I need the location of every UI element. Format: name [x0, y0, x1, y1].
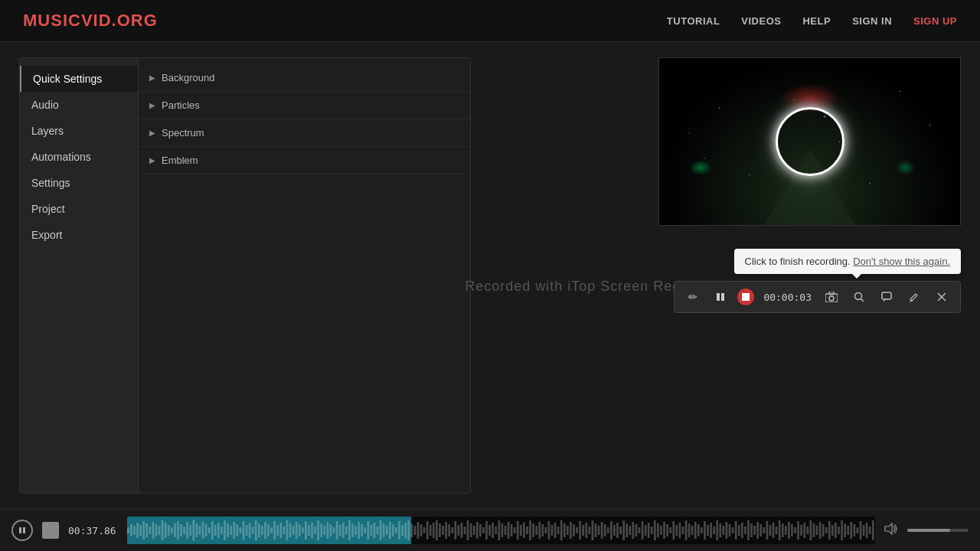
- svg-rect-170: [613, 525, 616, 536]
- svg-rect-53: [249, 523, 251, 538]
- svg-rect-32: [183, 527, 185, 534]
- svg-rect-8: [882, 292, 891, 299]
- svg-rect-159: [579, 521, 581, 540]
- tb-camera-button[interactable]: [821, 286, 842, 308]
- svg-rect-246: [850, 522, 852, 539]
- svg-rect-222: [776, 527, 778, 534]
- sidebar-item-layers[interactable]: Layers: [20, 118, 138, 144]
- nav-help[interactable]: HELP: [802, 15, 831, 27]
- tb-pen-button[interactable]: ✏: [682, 286, 704, 308]
- tooltip-link[interactable]: Don't show this again.: [853, 256, 950, 267]
- svg-rect-133: [498, 520, 500, 540]
- sidebar-item-quick-settings[interactable]: Quick Settings: [20, 66, 138, 92]
- sidebar-item-audio[interactable]: Audio: [20, 92, 138, 118]
- recording-toolbar: ✏ 00:00:03: [674, 281, 961, 313]
- volume-slider[interactable]: [907, 529, 969, 532]
- svg-rect-241: [835, 523, 837, 538]
- svg-rect-85: [348, 520, 351, 540]
- nav-signup[interactable]: SIGN UP: [913, 15, 957, 27]
- tooltip-text: Click to finish recording.: [745, 256, 851, 267]
- svg-rect-39: [205, 524, 207, 536]
- svg-rect-37: [199, 526, 201, 535]
- tb-stop-button[interactable]: [737, 289, 754, 305]
- svg-rect-153: [560, 520, 563, 540]
- tb-timer: 00:00:03: [760, 292, 815, 303]
- svg-rect-127: [479, 524, 482, 536]
- sidebar-item-export[interactable]: Export: [20, 222, 138, 248]
- svg-rect-145: [535, 526, 537, 535]
- svg-rect-233: [810, 520, 812, 540]
- svg-rect-228: [794, 527, 796, 533]
- svg-rect-172: [619, 527, 622, 534]
- svg-rect-96: [383, 523, 385, 537]
- svg-rect-225: [785, 526, 787, 535]
- svg-rect-162: [588, 527, 590, 534]
- svg-rect-141: [523, 523, 525, 538]
- tb-pause-button[interactable]: [710, 286, 731, 308]
- layer-item-background[interactable]: ▶ Background: [139, 64, 470, 92]
- svg-rect-163: [592, 520, 594, 540]
- svg-rect-149: [548, 521, 550, 540]
- svg-rect-195: [691, 526, 694, 535]
- svg-rect-236: [819, 522, 822, 539]
- svg-rect-208: [732, 527, 734, 533]
- layer-item-particles[interactable]: ▶ Particles: [139, 92, 470, 119]
- tb-chat-button[interactable]: [876, 286, 897, 308]
- svg-rect-46: [227, 523, 229, 537]
- sidebar-item-project[interactable]: Project: [20, 196, 138, 222]
- tb-close-button[interactable]: [931, 286, 952, 308]
- svg-rect-249: [860, 521, 862, 540]
- svg-rect-20: [145, 523, 148, 537]
- svg-rect-144: [532, 523, 534, 537]
- svg-rect-30: [177, 521, 179, 540]
- sidebar-item-settings[interactable]: Settings: [20, 170, 138, 196]
- nav-videos[interactable]: VIDEOS: [741, 15, 781, 27]
- svg-rect-95: [380, 520, 382, 540]
- layer-item-spectrum[interactable]: ▶ Spectrum: [139, 119, 470, 147]
- svg-rect-242: [838, 527, 840, 534]
- svg-rect-44: [220, 527, 223, 534]
- svg-rect-173: [622, 520, 625, 540]
- svg-rect-113: [436, 520, 438, 540]
- layer-item-emblem[interactable]: ▶ Emblem: [139, 147, 470, 174]
- logo-text: MUSICVID: [23, 11, 112, 30]
- svg-rect-239: [828, 521, 831, 540]
- layers-panel: ▶ Background ▶ Particles ▶ Spectrum ▶ Em…: [139, 58, 470, 493]
- svg-rect-26: [165, 523, 167, 538]
- svg-rect-166: [601, 522, 603, 539]
- stop-button[interactable]: [42, 522, 59, 539]
- svg-rect-158: [576, 527, 578, 533]
- svg-rect-232: [806, 527, 808, 534]
- svg-rect-110: [426, 521, 429, 540]
- pause-play-button[interactable]: [11, 520, 33, 541]
- svg-rect-13: [23, 527, 25, 533]
- svg-rect-73: [311, 523, 313, 538]
- svg-rect-86: [351, 523, 354, 537]
- svg-rect-200: [707, 525, 709, 536]
- volume-icon[interactable]: [884, 523, 898, 538]
- svg-rect-160: [582, 525, 584, 536]
- svg-rect-140: [520, 525, 522, 536]
- svg-rect-215: [753, 526, 756, 535]
- svg-rect-38: [202, 522, 204, 539]
- svg-rect-97: [386, 526, 388, 535]
- sidebar-item-automations[interactable]: Automations: [20, 144, 138, 170]
- svg-rect-124: [470, 523, 472, 537]
- tb-search-button[interactable]: [848, 286, 870, 308]
- svg-rect-137: [511, 524, 513, 536]
- svg-rect-92: [371, 525, 373, 536]
- svg-rect-87: [354, 526, 357, 535]
- svg-rect-40: [208, 527, 211, 533]
- nav-signin[interactable]: SIGN IN: [852, 15, 892, 27]
- svg-rect-72: [308, 525, 310, 536]
- tb-edit-button[interactable]: [903, 286, 925, 308]
- nav-tutorial[interactable]: TUTORIAL: [667, 15, 720, 27]
- svg-rect-181: [648, 523, 650, 538]
- svg-rect-28: [171, 527, 173, 533]
- left-panel: Quick Settings Audio Layers Automations …: [19, 57, 471, 494]
- svg-rect-77: [323, 526, 325, 535]
- svg-rect-176: [632, 522, 634, 539]
- svg-rect-151: [554, 523, 557, 538]
- svg-rect-64: [283, 527, 286, 534]
- waveform-container[interactable]: [127, 517, 875, 544]
